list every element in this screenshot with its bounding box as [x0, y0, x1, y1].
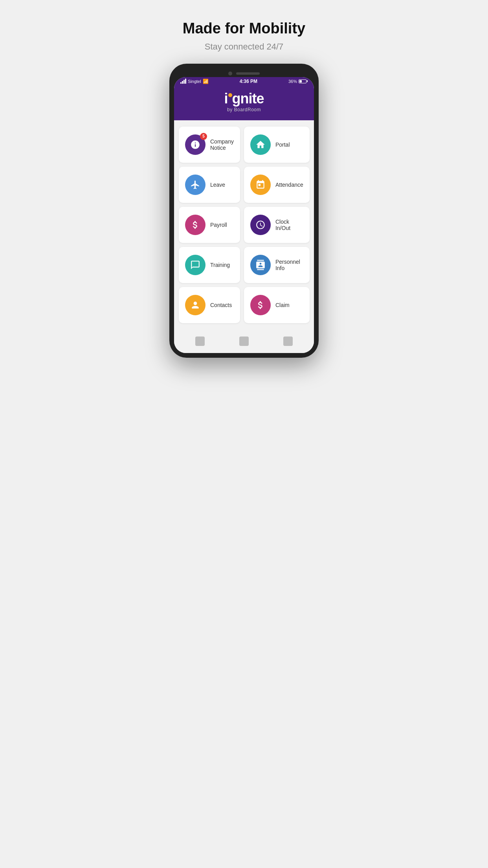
- grid-item-personnel-info[interactable]: Personnel Info: [244, 247, 310, 283]
- status-time: 4:36 PM: [240, 79, 257, 84]
- personnel-info-icon: [250, 255, 271, 275]
- grid-item-portal[interactable]: Portal: [244, 127, 310, 163]
- status-right: 36%: [288, 79, 308, 84]
- company-notice-icon: 5: [185, 134, 205, 155]
- battery-icon: [299, 79, 308, 83]
- training-icon: [185, 255, 205, 275]
- company-notice-label: Company Notice: [210, 138, 234, 151]
- leave-label: Leave: [210, 182, 225, 188]
- status-bar: Singtel 📶 4:36 PM 36%: [174, 77, 314, 86]
- bottom-menu-icon: [239, 337, 249, 346]
- attendance-icon: [250, 175, 271, 195]
- grid-item-contacts[interactable]: Contacts: [179, 287, 240, 323]
- battery-percent: 36%: [288, 79, 297, 84]
- logo-gnite: gnite: [232, 90, 264, 107]
- page-wrapper: Made for Mobility Stay connected 24/7 Si…: [163, 8, 325, 358]
- bottom-nav-area: [174, 329, 314, 353]
- logo-text: i gnite: [224, 90, 264, 107]
- payroll-label: Payroll: [210, 222, 227, 228]
- grid-item-leave[interactable]: Leave: [179, 167, 240, 203]
- bottom-nav-home[interactable]: [195, 337, 205, 346]
- grid-item-clock-inout[interactable]: Clock In/Out: [244, 207, 310, 243]
- grid-item-training[interactable]: Training: [179, 247, 240, 283]
- app-grid: 5 Company Notice Portal: [179, 127, 309, 323]
- training-label: Training: [210, 262, 230, 268]
- phone-top-bar: [174, 68, 314, 77]
- app-grid-container: 5 Company Notice Portal: [174, 120, 314, 329]
- grid-item-company-notice[interactable]: 5 Company Notice: [179, 127, 240, 163]
- payroll-icon: [185, 215, 205, 235]
- phone-screen: Singtel 📶 4:36 PM 36%: [174, 77, 314, 353]
- phone-camera: [228, 72, 232, 75]
- personnel-info-label: Personnel Info: [275, 259, 303, 271]
- app-header: i gnite by BoardRoom: [174, 86, 314, 120]
- battery-tip: [307, 80, 308, 82]
- logo-tagline: by BoardRoom: [227, 107, 261, 112]
- status-left: Singtel 📶: [180, 79, 209, 84]
- bottom-nav-menu[interactable]: [239, 337, 249, 346]
- leave-icon: [185, 175, 205, 195]
- page-subheadline: Stay connected 24/7: [205, 42, 284, 52]
- company-notice-badge: 5: [200, 133, 207, 140]
- contacts-icon: [185, 295, 205, 315]
- grid-item-payroll[interactable]: Payroll: [179, 207, 240, 243]
- bottom-profile-icon: [283, 337, 293, 346]
- portal-icon: [250, 134, 271, 155]
- bottom-home-icon: [195, 337, 205, 346]
- battery-body: [299, 79, 306, 83]
- claim-label: Claim: [275, 302, 290, 308]
- clock-inout-label: Clock In/Out: [275, 219, 303, 231]
- wifi-icon: 📶: [203, 79, 209, 84]
- bottom-nav-profile[interactable]: [283, 337, 293, 346]
- logo-i: i: [224, 90, 227, 107]
- battery-fill: [299, 80, 302, 83]
- carrier-label: Singtel: [188, 79, 201, 84]
- logo-dot: [228, 93, 232, 97]
- page-headline: Made for Mobility: [183, 20, 305, 38]
- portal-label: Portal: [275, 142, 290, 148]
- clock-inout-icon: [250, 215, 271, 235]
- phone-shell: Singtel 📶 4:36 PM 36%: [169, 64, 319, 358]
- attendance-label: Attendance: [275, 182, 303, 188]
- contacts-label: Contacts: [210, 302, 232, 308]
- signal-icon: [180, 79, 186, 84]
- grid-item-claim[interactable]: Claim: [244, 287, 310, 323]
- phone-speaker: [236, 72, 260, 75]
- grid-item-attendance[interactable]: Attendance: [244, 167, 310, 203]
- claim-icon: [250, 295, 271, 315]
- app-logo: i gnite by BoardRoom: [224, 90, 264, 112]
